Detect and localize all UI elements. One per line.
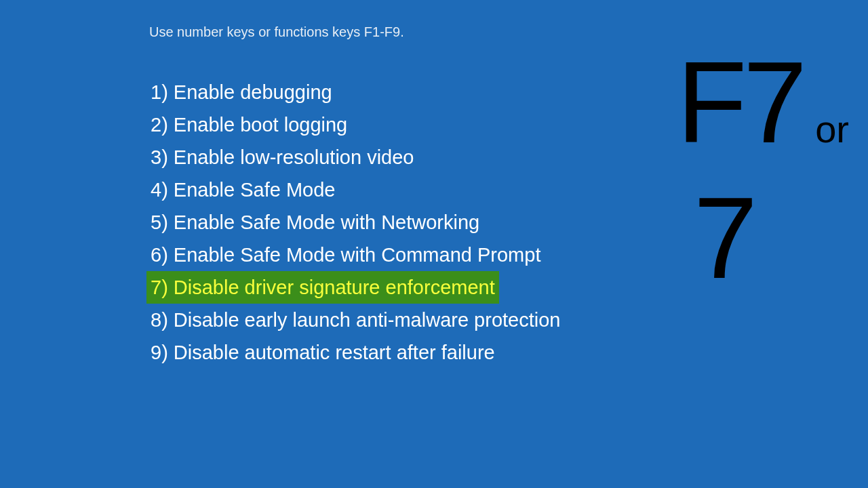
key-hint-overlay: F7 or 7: [677, 45, 849, 296]
menu-item-2[interactable]: 2) Enable boot logging: [146, 108, 564, 141]
menu-item-7[interactable]: 7) Disable driver signature enforcement: [146, 271, 499, 304]
menu-item-9[interactable]: 9) Disable automatic restart after failu…: [146, 336, 564, 369]
menu-item-8[interactable]: 8) Disable early launch anti-malware pro…: [146, 304, 564, 336]
menu-item-3[interactable]: 3) Enable low-resolution video: [146, 141, 564, 174]
key-hint-7: 7: [677, 180, 774, 296]
menu-item-6[interactable]: 6) Enable Safe Mode with Command Prompt: [146, 239, 564, 271]
startup-settings-menu: 1) Enable debugging 2) Enable boot loggi…: [146, 76, 564, 369]
key-hint-f7: F7: [677, 45, 803, 160]
key-hint-or: or: [815, 107, 849, 151]
instruction-text: Use number keys or functions keys F1-F9.: [149, 24, 404, 40]
menu-item-1[interactable]: 1) Enable debugging: [146, 76, 564, 108]
menu-item-5[interactable]: 5) Enable Safe Mode with Networking: [146, 206, 564, 239]
menu-item-4[interactable]: 4) Enable Safe Mode: [146, 174, 564, 206]
